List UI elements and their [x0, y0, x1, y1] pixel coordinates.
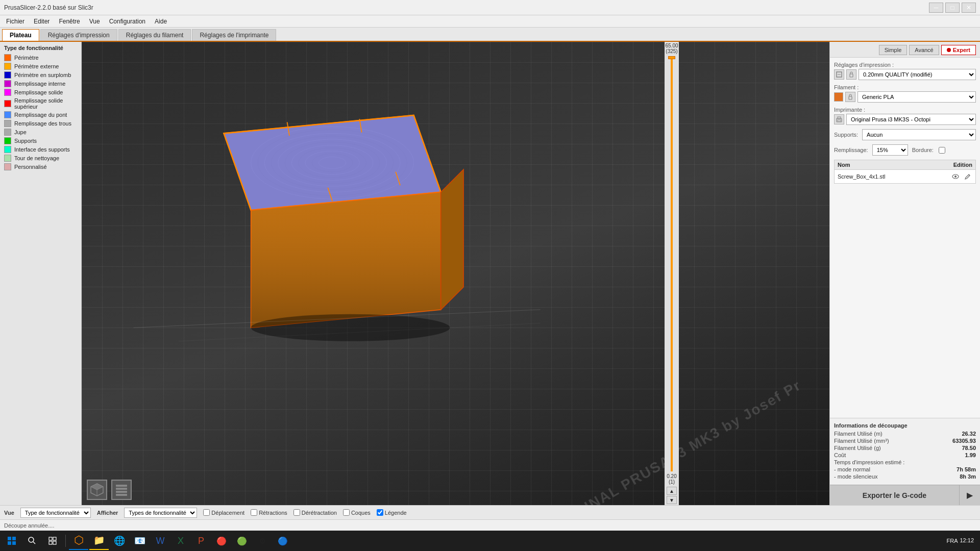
filament-lock-icon	[845, 92, 855, 102]
legend-item-label: Supports	[14, 138, 37, 144]
legend-item-label: Remplissage du pont	[14, 112, 67, 118]
object-list: Nom Edition Screw_Box_4x1.stl	[834, 160, 976, 184]
deplacement-checkbox[interactable]	[203, 509, 210, 516]
menu-fichier[interactable]: Fichier	[2, 17, 29, 26]
object-list-header: Nom Edition	[835, 160, 975, 170]
taskbar-separator	[65, 535, 66, 547]
layer-scrollbar: 65.00 (325) 0.20 (1) ▲ ▼	[665, 42, 679, 505]
legende-checkbox[interactable]	[377, 509, 383, 516]
legend-item-label: Remplissage solide	[14, 89, 63, 95]
taskbar-right: FRA 12:12	[946, 537, 978, 544]
mode-simple-button[interactable]: Simple	[879, 45, 908, 55]
legend-item: Remplissage interne	[4, 80, 77, 87]
taskbar-app-word[interactable]: W	[151, 532, 170, 550]
svg-marker-14	[251, 192, 441, 328]
legend-item: Jupe	[4, 129, 77, 136]
col-edition: Edition	[953, 162, 972, 168]
legend-item-label: Périmètre externe	[14, 63, 59, 69]
legend-color-swatch	[4, 155, 11, 162]
menu-vue[interactable]: Vue	[85, 17, 104, 26]
tab-plateau[interactable]: Plateau	[2, 29, 39, 41]
remplissage-select[interactable]: 15%	[872, 144, 908, 156]
tab-reglages-impression[interactable]: Réglages d'impression	[40, 29, 117, 41]
menu-configuration[interactable]: Configuration	[105, 17, 150, 26]
cout-value: 1.99	[965, 452, 976, 458]
taskbar-app-misc1[interactable]: 🔴	[212, 532, 231, 550]
deretractation-checkbox[interactable]	[293, 509, 300, 516]
export-gcode-button[interactable]: Exporter le G-code	[830, 485, 960, 505]
close-button[interactable]: ✕	[962, 3, 976, 13]
taskbar-app-mail[interactable]: 📧	[130, 532, 150, 550]
supports-row: Supports: Aucun	[834, 129, 976, 140]
window-controls: ─ □ ✕	[929, 3, 976, 13]
tab-reglages-filament[interactable]: Réglages du filament	[118, 29, 191, 41]
visibility-toggle-button[interactable]	[951, 172, 960, 181]
mode-silencieux-value: 8h 3m	[960, 473, 976, 480]
retractions-checkbox[interactable]	[251, 509, 257, 516]
mode-buttons: Simple Avancé Expert	[830, 42, 980, 58]
filament-label: Filament :	[834, 84, 976, 90]
layer-down-button[interactable]: ▼	[667, 496, 677, 504]
layer-up-button[interactable]: ▲	[667, 487, 677, 495]
svg-rect-43	[12, 541, 16, 545]
maximize-button[interactable]: □	[945, 3, 960, 13]
svg-point-44	[29, 537, 34, 542]
legend-item-label: Jupe	[14, 129, 27, 135]
slice-extra-button[interactable]: ▶	[960, 485, 980, 505]
edit-object-button[interactable]	[963, 172, 972, 181]
legend-color-swatch	[4, 163, 11, 170]
layer-track[interactable]	[671, 56, 673, 471]
filament-row: Filament : Generic PLA	[834, 84, 976, 103]
filament-m-value: 26.32	[962, 431, 976, 437]
taskbar-app-file-explorer[interactable]: 📁	[89, 532, 109, 550]
taskbar-app-excel[interactable]: X	[171, 532, 190, 550]
coques-checkbox[interactable]	[343, 509, 350, 516]
filament-g-value: 78.50	[962, 445, 976, 451]
menu-aide[interactable]: Aide	[151, 17, 171, 26]
info-title: Informations de découpage	[834, 422, 976, 429]
legend-item: Remplissage des trous	[4, 120, 77, 127]
legend-item-label: Interface des supports	[14, 146, 70, 153]
search-taskbar-button[interactable]	[22, 532, 42, 550]
filament-select[interactable]: Generic PLA	[857, 91, 976, 103]
tab-reglages-imprimante[interactable]: Réglages de l'imprimante	[192, 29, 276, 41]
cube-view-icon[interactable]	[87, 480, 107, 500]
menu-fenetre[interactable]: Fenêtre	[55, 17, 84, 26]
filament-m-row: Filament Utilisé (m) 26.32	[834, 431, 976, 437]
svg-rect-36	[838, 120, 841, 121]
taskbar-clock: 12:12	[960, 537, 974, 544]
retractions-group: Rétractions	[251, 509, 287, 516]
vue-select[interactable]: Type de fonctionnalité	[20, 508, 91, 518]
bordure-checkbox[interactable]	[939, 147, 945, 154]
afficher-select[interactable]: Types de fonctionnalité	[124, 508, 197, 518]
layer-view-icon[interactable]	[111, 480, 132, 500]
taskbar-app-browser[interactable]: 🌐	[110, 532, 129, 550]
vue-label: Vue	[4, 510, 14, 516]
menu-editer[interactable]: Editer	[30, 17, 54, 26]
cout-label: Coût	[834, 452, 846, 458]
reglages-impression-select[interactable]: 0.20mm QUALITY (modifié)	[859, 69, 976, 80]
legend-item: Supports	[4, 137, 77, 144]
viewport[interactable]: ORIGINAL PRUSA i3 MK3 by Josef Pr 65.00 …	[82, 42, 829, 505]
mode-avance-button[interactable]: Avancé	[909, 45, 939, 55]
taskbar-app-powerpoint[interactable]: P	[191, 532, 211, 550]
table-row: Screw_Box_4x1.stl	[835, 170, 975, 183]
legend-panel: Type de fonctionnalité PérimètrePérimètr…	[0, 42, 82, 505]
layer-thumb[interactable]	[668, 56, 675, 59]
taskbar-app-misc4[interactable]: 🔵	[273, 532, 292, 550]
taskbar-app-prusaslicer[interactable]: ⬡	[69, 532, 88, 550]
svg-rect-32	[850, 74, 853, 77]
svg-rect-26	[116, 485, 127, 487]
taskview-button[interactable]	[43, 532, 62, 550]
mode-silencieux-label: - mode silencieux	[834, 473, 878, 480]
start-button[interactable]	[2, 532, 21, 550]
minimize-button[interactable]: ─	[929, 3, 943, 13]
mode-expert-button[interactable]: Expert	[941, 45, 976, 55]
legend-color-swatch	[4, 100, 11, 107]
supports-select[interactable]: Aucun	[862, 129, 976, 140]
imprimante-select[interactable]: Original Prusa i3 MK3S - Octopi	[846, 114, 976, 125]
imprimante-row: Imprimante : Original Prusa i3 MK3S - Oc…	[834, 107, 976, 125]
taskbar-app-misc2[interactable]: 🟢	[232, 532, 252, 550]
taskbar-app-misc3[interactable]: ⚙	[253, 532, 272, 550]
filament-mm3-label: Filament Utilisé (mm³)	[834, 438, 889, 444]
